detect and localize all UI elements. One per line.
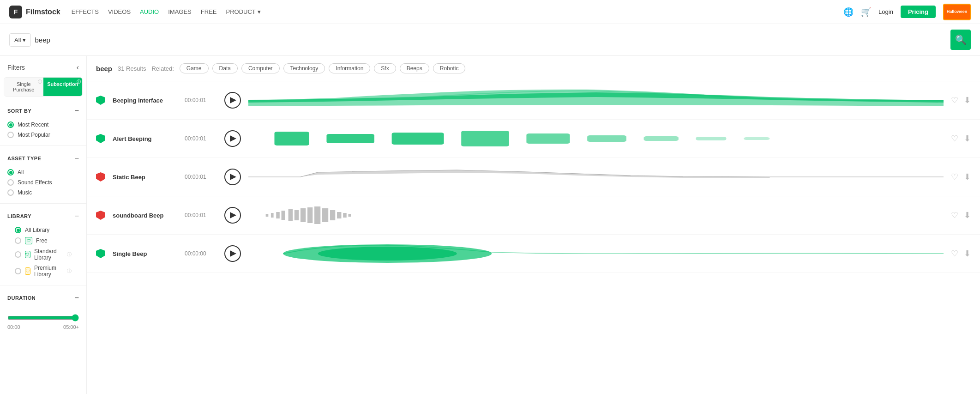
tag-information[interactable]: Information bbox=[329, 63, 370, 73]
waveform bbox=[248, 89, 944, 112]
svg-rect-21 bbox=[343, 213, 347, 218]
track-name: Single Beep bbox=[113, 250, 177, 257]
tag-technology[interactable]: Technology bbox=[283, 63, 325, 73]
track-duration: 00:00:01 bbox=[185, 97, 217, 103]
tag-sfx[interactable]: Sfx bbox=[374, 63, 396, 73]
nav-videos[interactable]: VIDEOS bbox=[108, 8, 131, 15]
asset-sound-effects[interactable]: Sound Effects bbox=[7, 177, 79, 188]
track-duration: 00:00:01 bbox=[185, 174, 217, 180]
nav-free[interactable]: FREE bbox=[201, 8, 217, 15]
standard-info[interactable]: ⓘ bbox=[67, 251, 72, 258]
duration-section: DURATION − bbox=[0, 289, 86, 305]
asset-options: All Sound Effects Music bbox=[0, 165, 86, 200]
tag-beeps[interactable]: Beeps bbox=[400, 63, 429, 73]
premium-info[interactable]: ⓘ bbox=[67, 268, 72, 274]
svg-rect-5 bbox=[587, 135, 626, 142]
svg-rect-19 bbox=[330, 210, 335, 220]
single-purchase-info[interactable]: ⓘ bbox=[38, 79, 42, 85]
track-name: Beeping Interface bbox=[113, 97, 177, 104]
track-actions: ♡ ⬇ bbox=[951, 95, 971, 105]
track-actions: ♡ ⬇ bbox=[951, 249, 971, 259]
download-button[interactable]: ⬇ bbox=[964, 172, 971, 182]
asset-all-radio[interactable] bbox=[7, 169, 14, 176]
library-standard[interactable]: 🛡 Standard Library ⓘ bbox=[7, 246, 79, 263]
svg-rect-20 bbox=[337, 212, 341, 218]
library-toggle[interactable]: − bbox=[75, 212, 79, 220]
nav-product[interactable]: PRODUCT ▾ bbox=[226, 8, 260, 15]
track-duration: 00:00:01 bbox=[185, 135, 217, 142]
sort-most-recent[interactable]: Most Recent bbox=[7, 120, 79, 130]
main-layout: Filters ‹ Single Purchase ⓘ Subscription… bbox=[0, 56, 980, 394]
sort-most-recent-radio[interactable] bbox=[7, 121, 14, 128]
svg-rect-8 bbox=[744, 137, 770, 140]
tab-single-purchase[interactable]: Single Purchase ⓘ bbox=[4, 78, 43, 96]
download-button[interactable]: ⬇ bbox=[964, 95, 971, 105]
play-button[interactable] bbox=[224, 169, 241, 185]
search-category-select[interactable]: All ▾ bbox=[9, 33, 31, 47]
svg-rect-15 bbox=[301, 208, 306, 222]
favorite-button[interactable]: ♡ bbox=[951, 210, 958, 220]
tag-game[interactable]: Game bbox=[180, 63, 209, 73]
cart-icon[interactable]: 🛒 bbox=[861, 7, 871, 17]
svg-rect-3 bbox=[461, 131, 509, 146]
login-button[interactable]: Login bbox=[878, 8, 893, 15]
track-shield bbox=[96, 211, 105, 220]
library-standard-radio[interactable] bbox=[15, 251, 21, 258]
play-button[interactable] bbox=[224, 245, 241, 262]
nav: EFFECTS VIDEOS AUDIO IMAGES FREE PRODUCT… bbox=[72, 8, 261, 15]
asset-type-toggle[interactable]: − bbox=[75, 154, 79, 163]
download-button[interactable]: ⬇ bbox=[964, 210, 971, 220]
duration-slider[interactable] bbox=[7, 314, 79, 321]
asset-music-radio[interactable] bbox=[7, 189, 14, 196]
track-duration: 00:00:00 bbox=[185, 250, 217, 257]
asset-type-label: ASSET TYPE bbox=[7, 156, 41, 161]
search-button[interactable]: 🔍 bbox=[950, 30, 971, 50]
tag-robotic[interactable]: Robotic bbox=[433, 63, 466, 73]
nav-effects[interactable]: EFFECTS bbox=[72, 8, 99, 15]
duration-toggle[interactable]: − bbox=[75, 294, 79, 302]
track-row: Alert Beeping 00:00:01 ♡ bbox=[87, 120, 980, 158]
asset-all[interactable]: All bbox=[7, 167, 79, 177]
nav-audio[interactable]: AUDIO bbox=[140, 8, 159, 15]
search-input[interactable] bbox=[35, 36, 947, 44]
standard-badge: 🛡 bbox=[25, 251, 30, 258]
play-button[interactable] bbox=[224, 92, 241, 109]
subscription-info[interactable]: ⓘ bbox=[77, 79, 81, 85]
collapse-icon[interactable]: ‹ bbox=[77, 63, 79, 72]
library-all[interactable]: All Library bbox=[7, 225, 79, 235]
library-all-radio[interactable] bbox=[15, 227, 21, 233]
favorite-button[interactable]: ♡ bbox=[951, 133, 958, 144]
pricing-button[interactable]: Pricing bbox=[901, 6, 936, 18]
library-premium[interactable]: 🛡 Premium Library ⓘ bbox=[7, 263, 79, 279]
tag-data[interactable]: Data bbox=[212, 63, 238, 73]
favorite-button[interactable]: ♡ bbox=[951, 172, 958, 182]
sort-most-popular-radio[interactable] bbox=[7, 132, 14, 138]
asset-music[interactable]: Music bbox=[7, 188, 79, 198]
sort-by-toggle[interactable]: − bbox=[75, 107, 79, 115]
asset-type-section: ASSET TYPE − bbox=[0, 150, 86, 165]
library-premium-radio[interactable] bbox=[15, 268, 21, 274]
sort-most-popular[interactable]: Most Popular bbox=[7, 130, 79, 140]
related-label: Related: bbox=[151, 65, 174, 72]
track-shield bbox=[96, 172, 105, 182]
download-button[interactable]: ⬇ bbox=[964, 249, 971, 259]
favorite-button[interactable]: ♡ bbox=[951, 95, 958, 105]
logo[interactable]: F Filmstock bbox=[9, 6, 60, 18]
chevron-down-icon: ▾ bbox=[23, 36, 26, 43]
header: F Filmstock EFFECTS VIDEOS AUDIO IMAGES … bbox=[0, 0, 980, 24]
play-button[interactable] bbox=[224, 207, 241, 224]
nav-images[interactable]: IMAGES bbox=[168, 8, 192, 15]
halloween-badge[interactable]: Halloween bbox=[943, 4, 971, 20]
favorite-button[interactable]: ♡ bbox=[951, 249, 958, 259]
waveform bbox=[248, 127, 944, 150]
tag-computer[interactable]: Computer bbox=[241, 63, 280, 73]
library-free[interactable]: 🛡 Free bbox=[7, 235, 79, 246]
track-name: Alert Beeping bbox=[113, 135, 177, 142]
globe-icon[interactable]: 🌐 bbox=[843, 7, 854, 17]
library-free-radio[interactable] bbox=[15, 237, 21, 244]
track-row: Static Beep 00:00:01 ♡ ⬇ bbox=[87, 158, 980, 196]
tab-subscription[interactable]: Subscription ⓘ bbox=[43, 78, 83, 96]
play-button[interactable] bbox=[224, 130, 241, 147]
asset-sound-effects-radio[interactable] bbox=[7, 179, 14, 186]
download-button[interactable]: ⬇ bbox=[964, 133, 971, 144]
